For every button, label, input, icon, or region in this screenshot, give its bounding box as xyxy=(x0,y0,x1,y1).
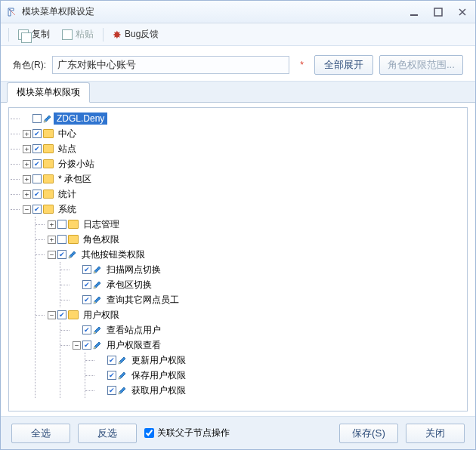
save-button[interactable]: 保存(S) xyxy=(339,424,398,443)
tree-label[interactable]: 其他按钮类权限 xyxy=(79,248,148,262)
tree-label[interactable]: 中心 xyxy=(55,127,79,141)
folder-icon xyxy=(43,144,54,153)
tree-row[interactable]: 获取用户权限 xyxy=(97,383,465,398)
expander-icon[interactable]: + xyxy=(23,175,31,183)
tree-row[interactable]: 保存用户权限 xyxy=(97,368,465,383)
maximize-button[interactable] xyxy=(431,6,445,18)
checkbox[interactable] xyxy=(57,235,66,244)
footer: 全选 反选 关联父子节点操作 保存(S) 关闭 xyxy=(1,416,475,449)
checkbox[interactable] xyxy=(32,174,42,183)
tree-label[interactable]: 更新用户权限 xyxy=(128,353,189,368)
expander-icon[interactable]: + xyxy=(48,220,56,229)
tree-row[interactable]: −其他按钮类权限 xyxy=(48,247,465,262)
tree-label[interactable]: 系统 xyxy=(55,202,79,217)
link-checkbox-input[interactable] xyxy=(144,428,154,438)
folder-icon xyxy=(43,205,54,214)
tree-node: 查询其它网点员工 xyxy=(60,292,465,307)
checkbox[interactable] xyxy=(32,205,42,214)
tree-row[interactable]: 扫描网点切换 xyxy=(73,262,465,277)
tab-permissions[interactable]: 模块菜单权限项 xyxy=(7,82,90,103)
checkbox[interactable] xyxy=(107,371,116,380)
tree-row[interactable]: ZDGL.Deny xyxy=(23,111,465,126)
tree-label[interactable]: 统计 xyxy=(55,187,79,202)
checkbox[interactable] xyxy=(32,144,42,153)
expander-blank xyxy=(97,356,106,365)
expander-icon[interactable]: − xyxy=(48,251,56,259)
expand-all-button[interactable]: 全部展开 xyxy=(314,55,373,75)
invert-button[interactable]: 反选 xyxy=(78,424,137,443)
folder-icon xyxy=(43,159,54,168)
minimize-button[interactable] xyxy=(407,6,421,18)
checkbox[interactable] xyxy=(82,295,91,304)
expander-icon[interactable]: − xyxy=(23,205,31,214)
tree-label[interactable]: 查询其它网点员工 xyxy=(104,293,182,307)
tree-row[interactable]: +站点 xyxy=(23,141,465,156)
window-title: 模块菜单权限设定 xyxy=(22,5,407,18)
copy-button[interactable]: 复制 xyxy=(14,26,54,42)
tree-row[interactable]: +日志管理 xyxy=(48,217,465,232)
tree-row[interactable]: 更新用户权限 xyxy=(97,353,465,368)
folder-icon xyxy=(43,129,54,138)
tree-label[interactable]: * 承包区 xyxy=(55,172,94,186)
tree-row[interactable]: 承包区切换 xyxy=(73,277,465,292)
tree-row[interactable]: 查看站点用户 xyxy=(73,322,465,338)
expander-icon[interactable]: + xyxy=(23,145,31,153)
tree-label[interactable]: 日志管理 xyxy=(80,217,122,232)
tree-row[interactable]: +分拨小站 xyxy=(23,156,465,171)
tree-label[interactable]: 分拨小站 xyxy=(55,157,97,171)
checkbox[interactable] xyxy=(57,250,66,259)
expander-icon[interactable]: + xyxy=(48,236,56,244)
tree-row[interactable]: −用户权限 xyxy=(48,307,465,322)
select-all-button[interactable]: 全选 xyxy=(11,424,70,443)
tree-node: +统计 xyxy=(11,186,465,202)
tree-row[interactable]: −用户权限查看 xyxy=(73,338,465,353)
expander-icon[interactable]: − xyxy=(48,311,56,319)
app-icon xyxy=(7,7,17,17)
tree-label[interactable]: 站点 xyxy=(55,142,79,156)
checkbox[interactable] xyxy=(107,356,116,365)
tree-row[interactable]: +* 承包区 xyxy=(23,171,465,186)
checkbox[interactable] xyxy=(32,159,42,168)
bug-feedback-button[interactable]: ✸ Bug反馈 xyxy=(108,26,163,42)
checkbox[interactable] xyxy=(82,265,91,274)
expander-icon[interactable]: + xyxy=(23,190,31,199)
link-parent-child-checkbox[interactable]: 关联父子节点操作 xyxy=(144,427,230,439)
tree-view[interactable]: ZDGL.Deny+中心+站点+分拨小站+* 承包区+统计−系统+日志管理+角色… xyxy=(8,107,468,411)
checkbox[interactable] xyxy=(57,310,66,319)
tree-row[interactable]: +中心 xyxy=(23,126,465,141)
checkbox[interactable] xyxy=(107,386,116,395)
checkbox[interactable] xyxy=(82,325,91,334)
toolbar-separator xyxy=(103,28,104,42)
checkbox[interactable] xyxy=(32,190,42,199)
tree-label[interactable]: 保存用户权限 xyxy=(128,368,189,383)
tree-label[interactable]: 用户权限 xyxy=(80,308,122,322)
close-button[interactable] xyxy=(456,6,469,18)
tree-node: −其他按钮类权限扫描网点切换承包区切换查询其它网点员工 xyxy=(36,247,465,307)
tree-row[interactable]: +角色权限 xyxy=(48,232,465,247)
tree-label[interactable]: 用户权限查看 xyxy=(104,338,164,353)
tree-node: 查看站点用户 xyxy=(60,322,465,338)
expander-icon[interactable]: + xyxy=(23,160,31,168)
checkbox[interactable] xyxy=(57,220,66,229)
paste-button[interactable]: 粘贴 xyxy=(57,26,98,42)
tree-label[interactable]: 获取用户权限 xyxy=(128,384,189,398)
pencil-icon xyxy=(118,371,127,380)
expander-icon[interactable]: + xyxy=(23,130,31,138)
tree-label[interactable]: 角色权限 xyxy=(80,233,122,247)
tree-label[interactable]: ZDGL.Deny xyxy=(54,112,107,125)
tree-node: −用户权限查看更新用户权限保存用户权限获取用户权限 xyxy=(60,338,465,398)
close-dialog-button[interactable]: 关闭 xyxy=(406,424,465,443)
tree-label[interactable]: 查看站点用户 xyxy=(104,323,164,338)
tree-row[interactable]: +统计 xyxy=(23,186,465,202)
role-input[interactable] xyxy=(52,56,289,74)
tree-row[interactable]: 查询其它网点员工 xyxy=(73,292,465,307)
tree-label[interactable]: 扫描网点切换 xyxy=(104,263,164,277)
checkbox[interactable] xyxy=(32,114,42,123)
tree-row[interactable]: −系统 xyxy=(23,202,465,217)
expander-icon[interactable]: − xyxy=(73,341,81,350)
checkbox[interactable] xyxy=(82,280,91,289)
role-scope-button[interactable]: 角色权限范围... xyxy=(379,55,463,75)
checkbox[interactable] xyxy=(82,341,91,350)
checkbox[interactable] xyxy=(32,129,42,138)
tree-label[interactable]: 承包区切换 xyxy=(104,278,155,292)
